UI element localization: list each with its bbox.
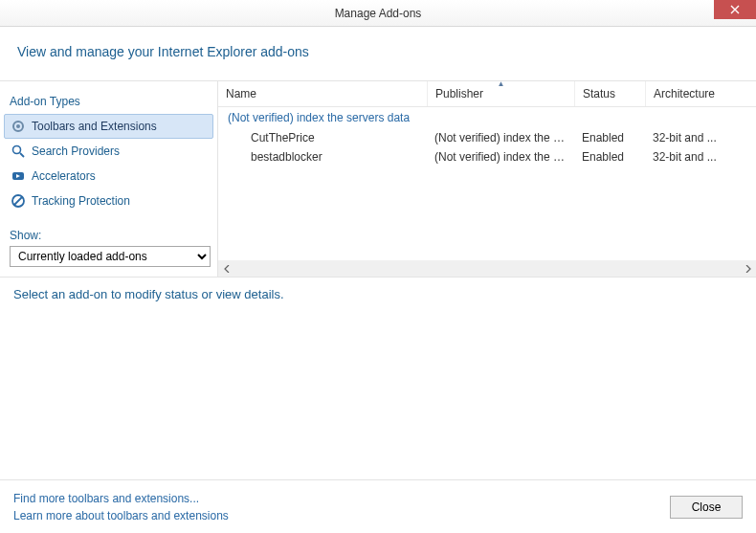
column-header-status[interactable]: Status bbox=[574, 81, 645, 106]
sidebar: Add-on Types Toolbars and Extensions Sea… bbox=[0, 81, 218, 277]
sidebar-item-tracking-protection[interactable]: Tracking Protection bbox=[4, 189, 213, 213]
title-bar: Manage Add-ons bbox=[0, 0, 756, 27]
footer: Find more toolbars and extensions... Lea… bbox=[0, 479, 756, 533]
main-row: Add-on Types Toolbars and Extensions Sea… bbox=[0, 81, 756, 277]
sidebar-item-accelerators[interactable]: Accelerators bbox=[4, 164, 213, 189]
header-region: View and manage your Internet Explorer a… bbox=[0, 27, 756, 81]
footer-links: Find more toolbars and extensions... Lea… bbox=[13, 492, 229, 522]
list-header-row: Name ▲ Publisher Status Architecture bbox=[218, 81, 756, 107]
list-item[interactable]: CutThePrice (Not verified) index the s..… bbox=[218, 128, 756, 147]
block-icon bbox=[11, 193, 26, 209]
link-learn-more[interactable]: Learn more about toolbars and extensions bbox=[13, 509, 229, 522]
sidebar-item-search-providers[interactable]: Search Providers bbox=[4, 139, 213, 164]
list-item[interactable]: bestadblocker (Not verified) index the s… bbox=[218, 147, 756, 167]
column-header-name[interactable]: Name bbox=[218, 81, 427, 106]
sidebar-item-toolbars-extensions[interactable]: Toolbars and Extensions bbox=[4, 114, 213, 139]
sort-asc-icon: ▲ bbox=[498, 79, 505, 88]
window-close-button[interactable] bbox=[714, 0, 756, 19]
sidebar-item-label: Tracking Protection bbox=[32, 194, 130, 208]
column-header-architecture[interactable]: Architecture bbox=[645, 81, 737, 106]
cell-status: Enabled bbox=[574, 128, 645, 147]
svg-point-1 bbox=[16, 124, 20, 128]
cell-publisher: (Not verified) index the s... bbox=[427, 147, 574, 167]
svg-point-2 bbox=[13, 146, 21, 154]
close-button[interactable]: Close bbox=[670, 496, 743, 519]
cell-architecture: 32-bit and ... bbox=[645, 128, 737, 147]
cell-name: bestadblocker bbox=[218, 147, 427, 167]
scroll-track[interactable] bbox=[234, 260, 740, 277]
svg-line-3 bbox=[20, 153, 24, 157]
cell-architecture: 32-bit and ... bbox=[645, 147, 737, 167]
show-dropdown[interactable]: Currently loaded add-ons bbox=[10, 246, 211, 267]
sidebar-heading: Add-on Types bbox=[4, 91, 213, 114]
sidebar-item-label: Accelerators bbox=[32, 169, 96, 183]
sidebar-item-label: Search Providers bbox=[32, 144, 120, 158]
cell-publisher: (Not verified) index the s... bbox=[427, 128, 574, 147]
window-title: Manage Add-ons bbox=[0, 7, 756, 20]
sidebar-item-label: Toolbars and Extensions bbox=[32, 120, 157, 133]
close-icon bbox=[730, 3, 740, 17]
svg-line-6 bbox=[14, 197, 22, 205]
list-area: Name ▲ Publisher Status Architecture (No… bbox=[218, 81, 756, 277]
search-icon bbox=[11, 144, 26, 159]
details-prompt: Select an add-on to modify status or vie… bbox=[13, 287, 284, 301]
show-label: Show: bbox=[4, 213, 213, 246]
scroll-right-icon[interactable] bbox=[740, 260, 756, 277]
link-find-more[interactable]: Find more toolbars and extensions... bbox=[13, 492, 229, 505]
horizontal-scrollbar[interactable] bbox=[218, 260, 756, 277]
group-row[interactable]: (Not verified) index the servers data bbox=[218, 107, 756, 128]
header-text: View and manage your Internet Explorer a… bbox=[17, 44, 309, 59]
details-region: Select an add-on to modify status or vie… bbox=[0, 277, 756, 449]
column-header-publisher-label: Publisher bbox=[435, 87, 483, 100]
gear-icon bbox=[11, 119, 26, 134]
cell-status: Enabled bbox=[574, 147, 645, 167]
cell-name: CutThePrice bbox=[218, 128, 427, 147]
column-header-publisher[interactable]: ▲ Publisher bbox=[427, 81, 574, 106]
list-empty-area bbox=[218, 167, 756, 260]
accelerator-icon bbox=[11, 168, 26, 184]
scroll-left-icon[interactable] bbox=[218, 260, 234, 277]
